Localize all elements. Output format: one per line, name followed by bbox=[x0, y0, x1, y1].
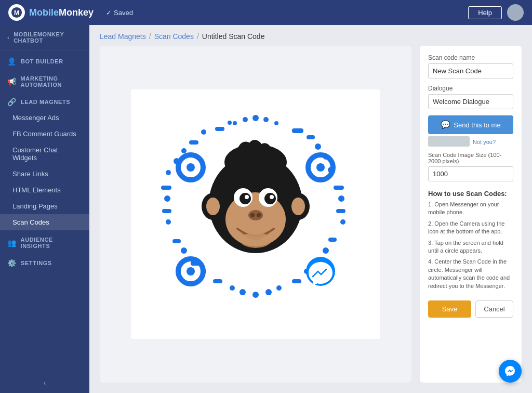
svg-rect-27 bbox=[213, 279, 222, 283]
svg-point-54 bbox=[291, 198, 305, 215]
not-you-link[interactable]: Not you? bbox=[473, 139, 496, 145]
breadcrumb-lead-magnets[interactable]: Lead Magnets bbox=[100, 32, 146, 41]
image-size-group: Scan Code Image Size (100-2000 pixels) bbox=[428, 152, 513, 181]
sidebar-item-customer-chat-widgets[interactable]: Customer Chat Widgets bbox=[0, 142, 89, 166]
svg-point-67 bbox=[250, 213, 255, 217]
sidebar-item-share-links[interactable]: Share Links bbox=[0, 166, 89, 182]
logo-icon: M bbox=[8, 4, 25, 21]
breadcrumb: Lead Magnets / Scan Codes / Untitled Sca… bbox=[89, 25, 532, 46]
topbar: M MobileMonkey ✓ Saved Help bbox=[0, 0, 532, 25]
sidebar-section-audience-insights[interactable]: 👥 AUDIENCE INSIGHTS bbox=[0, 230, 89, 252]
svg-rect-8 bbox=[292, 128, 303, 133]
svg-point-59 bbox=[264, 193, 276, 204]
messenger-fab-button[interactable] bbox=[499, 360, 522, 383]
qr-image-container bbox=[131, 89, 380, 339]
svg-point-46 bbox=[316, 163, 325, 172]
svg-point-36 bbox=[166, 170, 171, 175]
how-to-step-2: 2. Open the Camera using the icon at the… bbox=[428, 220, 513, 236]
svg-point-24 bbox=[252, 292, 259, 298]
svg-rect-31 bbox=[172, 239, 181, 243]
scan-code-name-group: Scan code name bbox=[428, 54, 513, 78]
send-section: 💬 Send this to me Not you? bbox=[428, 115, 513, 147]
svg-point-25 bbox=[240, 289, 246, 295]
sidebar-collapse-btn[interactable]: ‹ bbox=[0, 373, 89, 393]
svg-point-68 bbox=[257, 213, 261, 217]
svg-point-58 bbox=[240, 193, 251, 204]
sidebar-item-html-elements[interactable]: HTML Elements bbox=[0, 182, 89, 198]
sidebar-item-scan-codes[interactable]: Scan Codes bbox=[0, 214, 89, 230]
people-icon: 👥 bbox=[7, 238, 17, 247]
logo: M MobileMonkey bbox=[8, 4, 94, 21]
svg-point-34 bbox=[164, 195, 170, 202]
svg-point-32 bbox=[166, 219, 171, 225]
help-button[interactable]: Help bbox=[468, 6, 502, 19]
messenger-icon: 💬 bbox=[441, 120, 450, 129]
svg-point-16 bbox=[340, 219, 345, 225]
how-to-step-4: 4. Center the Scan Code in the circle. M… bbox=[428, 258, 513, 290]
svg-text:M: M bbox=[14, 9, 19, 17]
image-size-label: Scan Code Image Size (100-2000 pixels) bbox=[428, 152, 513, 164]
save-button[interactable]: Save bbox=[428, 300, 471, 318]
sidebar-section-settings[interactable]: ⚙️ SETTINGS bbox=[0, 252, 89, 271]
breadcrumb-current: Untitled Scan Code bbox=[202, 32, 265, 41]
svg-point-6 bbox=[274, 121, 278, 125]
svg-point-26 bbox=[230, 285, 235, 291]
svg-point-38 bbox=[181, 148, 187, 153]
svg-rect-39 bbox=[189, 140, 198, 145]
svg-point-61 bbox=[270, 195, 274, 199]
svg-point-7 bbox=[233, 121, 237, 125]
settings-icon: ⚙️ bbox=[7, 258, 17, 268]
svg-rect-41 bbox=[215, 127, 224, 131]
how-to-step-1: 1. Open Messenger on your mobile phone. bbox=[428, 201, 513, 217]
sidebar-section-lead-magnets[interactable]: 🔗 LEAD MAGNETS bbox=[0, 91, 89, 110]
how-to-section: How to use Scan Codes: 1. Open Messenger… bbox=[428, 188, 513, 293]
user-avatar-blur bbox=[428, 136, 470, 147]
sidebar-item-messenger-ads[interactable]: Messenger Ads bbox=[0, 110, 89, 126]
svg-rect-35 bbox=[161, 186, 171, 190]
how-to-step-3: 3. Tap on the screen and hold until a ci… bbox=[428, 239, 513, 255]
avatar bbox=[507, 4, 524, 21]
svg-point-22 bbox=[276, 285, 282, 291]
image-size-input[interactable] bbox=[428, 166, 513, 181]
svg-point-4 bbox=[263, 117, 269, 122]
svg-rect-9 bbox=[307, 135, 315, 139]
dialogue-input[interactable] bbox=[428, 94, 513, 109]
svg-point-52 bbox=[206, 198, 220, 215]
svg-point-14 bbox=[338, 195, 344, 202]
svg-rect-15 bbox=[336, 209, 345, 213]
action-buttons: Save Cancel bbox=[428, 300, 513, 318]
dialogue-group: Dialogue bbox=[428, 85, 513, 109]
megaphone-icon: 📢 bbox=[7, 77, 17, 86]
cancel-button[interactable]: Cancel bbox=[475, 300, 513, 318]
chevron-left-icon: ‹ bbox=[7, 34, 9, 41]
sidebar-item-fb-comment-guards[interactable]: FB Comment Guards bbox=[0, 126, 89, 142]
scan-code-name-input[interactable] bbox=[428, 63, 513, 78]
sidebar-item-landing-pages[interactable]: Landing Pages bbox=[0, 198, 89, 214]
svg-point-44 bbox=[187, 163, 195, 172]
svg-point-40 bbox=[201, 129, 206, 135]
send-to-me-button[interactable]: 💬 Send this to me bbox=[428, 115, 513, 134]
svg-point-69 bbox=[240, 232, 271, 248]
user-icon: 👤 bbox=[7, 57, 17, 66]
check-icon: ✓ bbox=[106, 9, 112, 17]
breadcrumb-sep-1: / bbox=[149, 32, 151, 41]
right-panel: Scan code name Dialogue 💬 Send this to m… bbox=[420, 46, 522, 383]
svg-point-3 bbox=[252, 115, 259, 121]
scan-code-name-label: Scan code name bbox=[428, 54, 513, 61]
how-to-title: How to use Scan Codes: bbox=[428, 190, 513, 198]
sidebar-section-marketing-automation[interactable]: 📢 MARKETING AUTOMATION bbox=[0, 69, 89, 91]
svg-rect-17 bbox=[328, 238, 337, 242]
sidebar-section-bot-builder[interactable]: 👤 BOT BUILDER bbox=[0, 50, 89, 69]
svg-rect-21 bbox=[292, 279, 301, 283]
svg-point-10 bbox=[315, 143, 321, 150]
saved-indicator: ✓ Saved bbox=[106, 9, 133, 17]
svg-rect-33 bbox=[162, 209, 171, 213]
svg-point-18 bbox=[323, 247, 329, 254]
sidebar-back[interactable]: ‹ MOBILEMONKEY CHATBOT bbox=[0, 25, 89, 50]
svg-point-48 bbox=[187, 267, 195, 276]
svg-point-42 bbox=[228, 121, 232, 125]
breadcrumb-scan-codes[interactable]: Scan Codes bbox=[154, 32, 194, 41]
sidebar: ‹ MOBILEMONKEY CHATBOT 👤 BOT BUILDER 📢 M… bbox=[0, 25, 89, 393]
svg-point-5 bbox=[243, 117, 248, 122]
magnet-icon: 🔗 bbox=[7, 97, 17, 107]
